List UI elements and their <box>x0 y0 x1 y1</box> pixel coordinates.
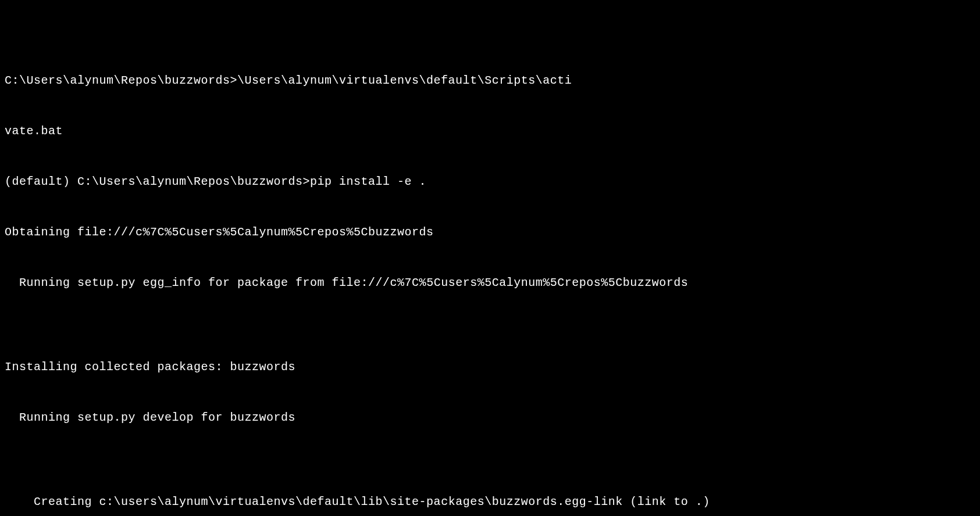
terminal-line: Running setup.py egg_info for package fr… <box>5 274 975 291</box>
terminal-line: Installing collected packages: buzzwords <box>5 359 975 375</box>
terminal-line: Creating c:\users\alynum\virtualenvs\def… <box>5 493 975 510</box>
terminal-line: C:\Users\alynum\Repos\buzzwords>\Users\a… <box>5 72 975 89</box>
terminal-line: Running setup.py develop for buzzwords <box>5 409 975 426</box>
terminal-line: Obtaining file:///c%7C%5Cusers%5Calynum%… <box>5 224 975 241</box>
terminal-line: vate.bat <box>5 123 975 139</box>
terminal-window[interactable]: C:\Users\alynum\Repos\buzzwords>\Users\a… <box>5 5 975 516</box>
terminal-line: (default) C:\Users\alynum\Repos\buzzword… <box>5 173 975 190</box>
